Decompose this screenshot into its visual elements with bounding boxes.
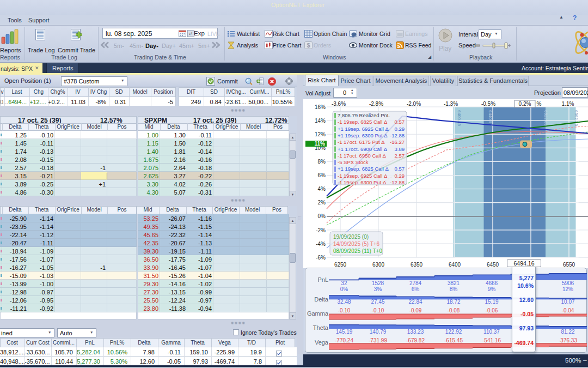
svg-text:-0.5%: -0.5% — [481, 101, 495, 107]
svg-text:%: % — [537, 101, 542, 107]
svg-text:133.23: 133.23 — [407, 329, 424, 335]
svg-text:16%: 16% — [315, 104, 326, 110]
svg-text:3821: 3821 — [448, 280, 460, 286]
svg-text:0.2%: 0.2% — [519, 101, 531, 107]
svg-text:6550: 6550 — [563, 262, 575, 268]
svg-text:-0.04: -0.04 — [562, 307, 574, 313]
svg-text:-16.27: -16.27 — [390, 139, 405, 145]
svg-text:32.48: 32.48 — [337, 299, 351, 305]
svg-text:15.19: 15.19 — [485, 299, 498, 305]
svg-text:-615.45: -615.45 — [444, 337, 463, 343]
svg-text:6%: 6% — [412, 286, 420, 292]
svg-text:PnL: PnL — [317, 276, 328, 283]
svg-text:-2.0%: -2.0% — [407, 101, 421, 107]
svg-text:9%: 9% — [488, 286, 496, 292]
svg-text:0%: 0% — [318, 213, 326, 219]
svg-text:-12.88: -12.88 — [390, 179, 405, 185]
svg-text:6522.03: 6522.03 — [543, 110, 548, 126]
svg-text:4666: 4666 — [486, 280, 498, 286]
svg-text:+1 19sep. 6825 Call Δ: +1 19sep. 6825 Call Δ — [338, 166, 389, 172]
svg-text:122.92: 122.92 — [445, 329, 462, 335]
svg-text:Gamma: Gamma — [307, 310, 329, 317]
svg-text:-2.8%: -2.8% — [369, 101, 383, 107]
svg-text:6400: 6400 — [449, 262, 461, 268]
svg-text:-4%: -4% — [316, 241, 326, 247]
svg-text:-731.99: -731.99 — [369, 337, 387, 343]
svg-text:3%: 3% — [374, 286, 382, 292]
svg-text:6300: 6300 — [372, 262, 385, 268]
svg-text:12%: 12% — [315, 131, 326, 137]
svg-text:110.37: 110.37 — [483, 329, 500, 335]
svg-text:6400.45: 6400.45 — [457, 110, 462, 126]
svg-text:27.45: 27.45 — [371, 299, 384, 305]
svg-text:7,806.79 Realized PnL: 7,806.79 Realized PnL — [338, 112, 390, 118]
svg-text:Theta: Theta — [313, 324, 329, 331]
svg-text:6250: 6250 — [334, 262, 347, 268]
svg-text:-0.09: -0.09 — [409, 307, 422, 313]
svg-text:18.72: 18.72 — [446, 299, 460, 305]
svg-text:-770.24: -770.24 — [335, 337, 353, 343]
svg-text:3.89: 3.89 — [395, 146, 405, 152]
svg-text:6440.97: 6440.97 — [488, 110, 493, 126]
svg-text:-3.6%: -3.6% — [332, 101, 346, 107]
svg-text:-1 19sep. 6300 Put Δ: -1 19sep. 6300 Put Δ — [338, 179, 387, 185]
svg-text:-376.33: -376.33 — [559, 337, 577, 343]
svg-text:$: $ — [307, 42, 310, 49]
svg-text:Vega: Vega — [315, 339, 329, 346]
svg-text:5906: 5906 — [562, 280, 574, 286]
svg-text:-5 SPX Stock: -5 SPX Stock — [338, 159, 369, 165]
svg-text:0.57: 0.57 — [395, 166, 405, 172]
svg-text:2.57: 2.57 — [395, 153, 405, 159]
svg-text:-1 17oct. 6175 Put Δ: -1 17oct. 6175 Put Δ — [338, 139, 385, 145]
svg-text:6450: 6450 — [487, 262, 499, 268]
svg-text:1528: 1528 — [372, 280, 384, 286]
svg-text:1.1%: 1.1% — [562, 101, 574, 107]
svg-text:-1 19sep. 6825 Call Δ: -1 19sep. 6825 Call Δ — [338, 119, 388, 125]
svg-text:08/09/2025 (11) T+0: 08/09/2025 (11) T+0 — [333, 248, 382, 254]
svg-text:-679.82: -679.82 — [406, 337, 425, 343]
svg-text:+1 19sep. 6925 Call Δ: +1 19sep. 6925 Call Δ — [338, 126, 389, 132]
svg-text:-12.88: -12.88 — [390, 132, 405, 138]
svg-text:0.29: 0.29 — [395, 126, 405, 132]
svg-text:8%: 8% — [450, 286, 458, 292]
svg-text:6%: 6% — [318, 172, 326, 178]
svg-text:+1 17oct. 6900 Call Δ: +1 17oct. 6900 Call Δ — [338, 146, 388, 152]
svg-text:-0.10: -0.10 — [338, 307, 351, 313]
svg-text:-1.3%: -1.3% — [444, 101, 458, 107]
svg-text:-0.10: -0.10 — [372, 307, 384, 313]
svg-text:-6%: -6% — [316, 255, 326, 261]
svg-text:0.57: 0.57 — [395, 119, 405, 125]
svg-text:2%: 2% — [318, 200, 326, 206]
svg-text:2784: 2784 — [409, 280, 422, 286]
svg-text:12%: 12% — [562, 286, 573, 292]
svg-text:6350: 6350 — [411, 262, 423, 268]
svg-text:32: 32 — [341, 280, 347, 286]
svg-text:10.07: 10.07 — [561, 299, 574, 305]
svg-text:0%: 0% — [340, 286, 348, 292]
svg-text:8%: 8% — [318, 159, 326, 165]
svg-text:145.19: 145.19 — [336, 329, 353, 335]
svg-text:22.84: 22.84 — [408, 299, 422, 305]
svg-text:4%: 4% — [318, 186, 326, 192]
svg-text:-0.08: -0.08 — [448, 307, 460, 313]
svg-text:14/09/2025 (5) T+6: 14/09/2025 (5) T+6 — [333, 241, 380, 247]
svg-text:-1 17oct. 6950 Call Δ: -1 17oct. 6950 Call Δ — [338, 153, 386, 159]
svg-text:Delta: Delta — [314, 296, 329, 303]
svg-text:6562.56: 6562.56 — [574, 110, 579, 126]
svg-text:0.29: 0.29 — [395, 173, 405, 179]
svg-text:14%: 14% — [315, 118, 326, 124]
svg-text:+1 19sep. 6300 Put Δ: +1 19sep. 6300 Put Δ — [338, 132, 388, 138]
svg-text:-1 19sep. 6925 Call Δ: -1 19sep. 6925 Call Δ — [338, 173, 388, 179]
svg-text:-541.16: -541.16 — [482, 337, 501, 343]
svg-text:140.79: 140.79 — [370, 329, 387, 335]
svg-text:81.22: 81.22 — [561, 329, 574, 335]
svg-text:-2%: -2% — [316, 227, 326, 233]
svg-text:19/09/2025 (0): 19/09/2025 (0) — [333, 234, 369, 240]
svg-text:-0.06: -0.06 — [486, 307, 498, 313]
